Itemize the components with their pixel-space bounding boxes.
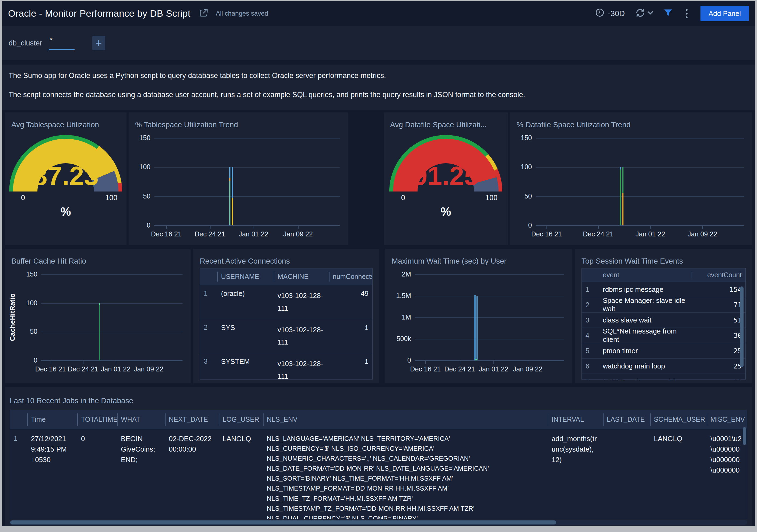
table-cell: v103-102-128-111 xyxy=(274,319,329,353)
datafile-trend-chart[interactable]: 050100150Dec 16 21Dec 24 21Jan 01 22Jan … xyxy=(510,112,752,245)
data-spike xyxy=(232,198,233,225)
description-line-1: The Sumo app for Oracle uses a Python sc… xyxy=(9,71,748,80)
y-axis-tick-label: 1.5M xyxy=(389,292,411,300)
add-panel-button[interactable]: Add Panel xyxy=(701,6,749,21)
column-header-event[interactable]: event xyxy=(599,268,692,282)
filter-icon[interactable] xyxy=(664,8,673,18)
db-cluster-input[interactable]: * xyxy=(49,36,75,50)
panel-recent-active-connections: Recent Active Connections USERNAMEMACHIN… xyxy=(193,249,379,383)
panel-title: Avg Tablespace Utilization xyxy=(11,121,99,129)
table-cell: 1 xyxy=(329,353,372,379)
table-row[interactable]: 2Space Manager: slave idle wait71 xyxy=(582,297,745,313)
time-range-button[interactable]: -30D xyxy=(595,8,625,19)
filter-bar: db_cluster * + xyxy=(2,26,755,60)
x-axis-tick xyxy=(460,361,460,364)
refresh-button[interactable] xyxy=(635,8,653,19)
table-cell: 27/12/2021 9:49:15 PM +0530 xyxy=(27,429,77,469)
dashboard-page: Oracle - Monitor Performance by DB Scrip… xyxy=(2,1,755,526)
table-row[interactable]: 3SYSTEMv103-102-128-1111 xyxy=(200,353,372,379)
table-cell: 71 xyxy=(692,298,745,311)
refresh-icon xyxy=(635,8,645,19)
text-panel: The Sumo app for Oracle uses a Python sc… xyxy=(2,65,755,110)
column-header-USERNAME[interactable]: USERNAME xyxy=(217,268,274,285)
datafile-gauge: 91.25 0 100 % xyxy=(384,135,508,218)
events-table: eventeventCount1rdbms ipc message1542Spa… xyxy=(582,268,746,379)
column-header-index[interactable] xyxy=(582,268,599,282)
table-cell: LGWR worker group idle xyxy=(599,375,692,380)
x-axis-tick-label: Jan 09 22 xyxy=(134,365,164,373)
events-table-scrollbar[interactable] xyxy=(740,287,743,367)
column-header-eventCount[interactable]: eventCount xyxy=(692,268,745,282)
y-axis-tick-label: 100 xyxy=(129,163,150,171)
column-header-TOTALTIME[interactable]: TOTALTIME xyxy=(77,410,117,429)
column-header-INTERVAL[interactable]: INTERVAL xyxy=(548,410,603,429)
table-cell xyxy=(603,429,650,438)
data-spike xyxy=(99,305,100,360)
clock-icon xyxy=(595,8,605,19)
data-spike xyxy=(475,359,477,360)
column-header-index[interactable] xyxy=(200,268,217,285)
column-header-Time[interactable]: Time xyxy=(27,410,77,429)
table-cell: 3 xyxy=(200,353,217,379)
grid-line xyxy=(41,274,183,275)
max-wait-chart[interactable]: 0500k1M1.5M2MDec 16 21Dec 24 21Jan 01 22… xyxy=(385,249,572,383)
panel-title: Avg Datafile Space Utilizati... xyxy=(390,121,487,129)
column-header-NLS_ENV[interactable]: NLS_ENV xyxy=(263,410,548,429)
column-header-MISC_ENV[interactable]: MISC_ENV xyxy=(707,410,747,429)
panel-title: Top Session Wait Time Events xyxy=(582,257,683,266)
panel-row-1: Avg Tablespace Utilization 87.23 0 100 %… xyxy=(2,112,755,245)
x-axis-tick-label: Jan 01 22 xyxy=(636,230,665,238)
table-cell: SQL*Net message from client xyxy=(599,324,692,347)
table-cell: v103-102-128-111 xyxy=(274,353,329,379)
share-icon[interactable] xyxy=(199,8,208,19)
grid-line xyxy=(154,138,340,138)
column-header-numConnects[interactable]: numConnects xyxy=(329,268,372,285)
x-axis-tick xyxy=(116,361,116,364)
table-row[interactable]: 7LGWR worker group idle18 xyxy=(582,374,745,379)
panel-title: Recent Active Connections xyxy=(200,257,290,266)
panel-title: Last 10 Recent Jobs in the Database xyxy=(10,396,133,405)
tablespace-trend-chart[interactable]: 050100150Dec 16 21Dec 24 21Jan 01 22Jan … xyxy=(129,112,348,245)
table-row[interactable]: 1(oracle)v103-102-128-11149 xyxy=(200,285,372,319)
column-header-LAST_DATE[interactable]: LAST_DATE xyxy=(603,410,650,429)
table-cell: 18 xyxy=(692,375,745,380)
tablespace-gauge: 87.23 0 100 % xyxy=(5,135,127,218)
table-cell: 02-DEC-2022 00:00:00 xyxy=(165,429,219,459)
x-axis-tick xyxy=(702,226,703,229)
buffer-cache-chart[interactable]: 050100150Dec 16 21Dec 24 21Jan 01 22Jan … xyxy=(5,249,191,383)
data-spike xyxy=(229,178,230,181)
table-cell: (oracle) xyxy=(217,285,274,319)
more-options-button[interactable] xyxy=(683,8,690,19)
table-row[interactable]: 4SQL*Net message from client30 xyxy=(582,328,745,343)
column-header-MACHINE[interactable]: MACHINE xyxy=(274,268,329,285)
chevron-down-icon xyxy=(648,11,653,16)
table-cell: \u0001\u2\u000000\u000000\u000000 xyxy=(707,429,747,480)
jobs-table-hscrollbar-thumb[interactable] xyxy=(10,520,556,524)
panel-max-wait-time-by-user: Maximum Wait Time (sec) by User 0500k1M1… xyxy=(385,249,572,383)
grid-line xyxy=(536,138,744,138)
column-header-SCHEMA_USER[interactable]: SCHEMA_USER xyxy=(650,410,707,429)
table-cell: 2 xyxy=(200,319,217,353)
panel-buffer-cache-hit-ratio: Buffer Cache Hit Ratio 050100150Dec 16 2… xyxy=(5,249,191,383)
table-cell: 2 xyxy=(582,298,599,311)
panel-tablespace-utilization-trend: % Tablespace Utilization Trend 050100150… xyxy=(129,112,348,245)
table-row[interactable]: 2SYSv103-102-128-1111 xyxy=(200,319,372,353)
gauge-unit: % xyxy=(440,205,451,218)
dashboard-header: Oracle - Monitor Performance by DB Scrip… xyxy=(2,1,755,26)
x-axis-tick-label: Dec 16 21 xyxy=(151,230,182,238)
table-row[interactable]: 5pmon timer25 xyxy=(582,343,745,358)
y-axis-tick-label: 150 xyxy=(16,270,37,278)
jobs-table-hscrollbar xyxy=(10,520,747,525)
grid-line xyxy=(41,332,183,332)
table-cell: 51 xyxy=(692,314,745,327)
column-header-NEXT_DATE[interactable]: NEXT_DATE xyxy=(165,410,219,429)
data-spike xyxy=(232,167,233,198)
column-header-LOG_USER[interactable]: LOG_USER xyxy=(219,410,263,429)
column-header-index[interactable] xyxy=(10,410,27,429)
add-filter-button[interactable]: + xyxy=(92,36,105,50)
column-header-WHAT[interactable]: WHAT xyxy=(117,410,165,429)
jobs-table-vscrollbar[interactable] xyxy=(743,427,746,445)
panel-title: Buffer Cache Hit Ratio xyxy=(11,257,86,266)
table-row[interactable]: 127/12/2021 9:49:15 PM +05300BEGIN GiveC… xyxy=(10,429,747,519)
table-row[interactable]: 6watchdog main loop25 xyxy=(582,358,745,374)
